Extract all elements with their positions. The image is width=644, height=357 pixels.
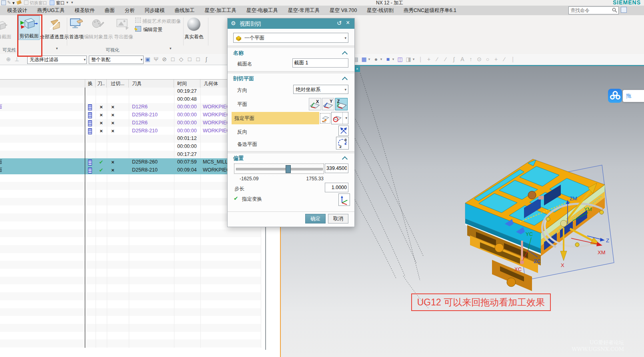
snap-point-icon[interactable]: ⊕ — [6, 56, 11, 62]
restore-window-icon[interactable] — [621, 7, 627, 13]
open-icon[interactable]: ✎ — [7, 0, 11, 5]
offset-slider[interactable] — [234, 164, 324, 174]
table-row[interactable]: 00:17:27 — [0, 151, 261, 159]
true-shading-button[interactable]: 真实着色 — [184, 34, 204, 40]
menu-item[interactable]: 燕秀CNC超级程序单6.1 — [404, 7, 456, 14]
search-icon[interactable] — [612, 8, 617, 13]
new-file-icon[interactable] — [1, 0, 6, 5]
menu-item[interactable]: 星空-电极工具 — [246, 7, 278, 14]
offset-slider-handle[interactable] — [286, 165, 291, 173]
dialog-close-icon[interactable]: × — [346, 19, 350, 26]
column-header[interactable]: 刀.. — [96, 80, 107, 88]
specify-plane-highlight[interactable]: 指定平面 — [232, 112, 319, 124]
specify-plane-dialog-button[interactable] — [320, 113, 330, 124]
grid-icon-caret[interactable]: ▾ — [368, 57, 370, 61]
table-row[interactable]: ××D25R8-21000:00:00WORKPIECE — [0, 111, 261, 119]
window-caret-icon[interactable]: ▾ — [66, 0, 68, 4]
menu-item[interactable]: 星空-常用工具 — [288, 7, 320, 14]
edit-object-display-button[interactable]: 编辑对象显示 — [83, 34, 114, 40]
offset-collapse-icon[interactable] — [342, 156, 348, 162]
spline-point-icon[interactable]: ∫ — [204, 56, 209, 62]
offset-value-field[interactable] — [325, 164, 348, 173]
menu-item[interactable]: 曲面 — [105, 7, 115, 14]
table-row[interactable]: ××D25R8-21000:00:00WORKPIECE — [0, 127, 261, 135]
arrow-up-icon[interactable]: ↑ — [468, 56, 474, 62]
column-splitter-line[interactable] — [85, 88, 85, 348]
table-row[interactable]: 00:01:12 — [0, 135, 261, 143]
section-type-dropdown[interactable]: 一个平面 ▾ — [233, 33, 348, 43]
step-value-field[interactable] — [325, 183, 348, 192]
plane-method-button[interactable]: ▾ — [331, 112, 348, 124]
table-row[interactable]: 00:19:27 — [0, 88, 261, 96]
qat-caret-icon[interactable]: ▾ — [71, 0, 73, 4]
menu-item[interactable]: 同步建模 — [145, 7, 165, 14]
netdisk-panel[interactable]: 拖 — [623, 90, 644, 102]
sweep-icon[interactable] — [16, 0, 22, 4]
snap-anchor-icon[interactable]: Ψ — [153, 56, 159, 62]
dialog-title-bar[interactable]: ⚙ 视图剖切 ↺ × — [228, 18, 354, 29]
export-image-button[interactable]: 导出图像 — [114, 34, 134, 40]
table-row[interactable]: 00:00:48 — [0, 96, 261, 104]
scope-caret-icon[interactable]: ▾ — [140, 56, 142, 64]
line2-icon[interactable]: ∕ — [443, 56, 448, 62]
column-header[interactable]: 过切... — [107, 80, 129, 88]
plane-section-header[interactable]: 剖切平面 — [233, 75, 254, 82]
mid-point-icon[interactable]: ◇ — [178, 56, 184, 62]
window-icon[interactable] — [50, 0, 54, 5]
plane-y-button[interactable]: Y — [322, 98, 334, 110]
direction-caret-icon[interactable]: ▾ — [344, 85, 346, 94]
column-header[interactable] — [0, 80, 85, 88]
menu-item[interactable]: 星空 V8.700 — [330, 7, 357, 14]
table-row[interactable]: 面××D12R600:00:00WORKPIECE — [0, 103, 261, 111]
menu-item[interactable]: 曲线加工 — [175, 7, 195, 14]
search-input[interactable] — [570, 7, 610, 14]
shaded-sphere-icon[interactable]: ● — [373, 56, 379, 62]
plane-x-button[interactable]: X — [309, 98, 321, 110]
direction-dropdown[interactable]: 绝对坐标系 ▾ — [293, 85, 348, 94]
render-style-icon-caret[interactable]: ▾ — [412, 57, 415, 61]
netdisk-icon[interactable] — [608, 89, 622, 103]
view-close-button[interactable]: × — [354, 66, 360, 72]
control-point-icon[interactable]: □ — [187, 56, 192, 62]
offset-section-header[interactable]: 偏置 — [233, 155, 244, 162]
visualization-group-caret-icon[interactable]: ▾ — [170, 46, 172, 50]
specify-transform-button[interactable] — [338, 193, 350, 206]
line-icon[interactable]: ∕ — [434, 56, 440, 62]
filter-caret-icon[interactable]: ▾ — [84, 56, 86, 64]
move-icon[interactable]: + — [426, 56, 432, 62]
render-style-icon[interactable]: ◨ — [406, 56, 411, 62]
ok-button[interactable]: 确定 — [305, 214, 326, 223]
menu-item[interactable]: 模圣软件 — [75, 7, 95, 14]
window-menu-label[interactable]: 窗口 — [56, 0, 65, 6]
menu-item[interactable]: 星空-线切割 — [367, 7, 394, 14]
disable-snap-icon[interactable]: ⊘ — [162, 56, 167, 62]
see-thru-all-button[interactable]: 全部通透显示 — [40, 34, 69, 40]
table-row[interactable]: ××D12R600:00:00WORKPIECE — [0, 119, 261, 127]
preferences-button[interactable]: 首选项 — [69, 34, 84, 40]
grid-icon[interactable]: ▦ — [361, 56, 367, 62]
visibility-group-caret-icon[interactable]: ▾ — [56, 46, 58, 50]
plane-z-button[interactable]: Z — [335, 98, 348, 110]
name-section-header[interactable]: 名称 — [233, 50, 244, 57]
column-header[interactable]: 时间 — [174, 80, 200, 88]
ellipse-icon[interactable]: ○ — [485, 56, 490, 62]
wireframe-cube-icon[interactable]: ◫ — [397, 56, 403, 62]
plane-collapse-icon[interactable] — [342, 77, 348, 82]
reverse-direction-button[interactable] — [338, 126, 349, 136]
table-row[interactable]: 00:00:00 — [0, 143, 261, 151]
menu-item[interactable]: 星空-加工工具 — [205, 7, 236, 14]
menu-item[interactable]: 燕秀UG工具 — [37, 7, 65, 14]
quadrant-point-icon[interactable]: □ — [195, 56, 201, 62]
shaded-sphere-icon-caret[interactable]: ▾ — [380, 57, 382, 61]
column-header[interactable]: 刀具 — [129, 80, 174, 88]
menu-item[interactable]: 模圣设计 — [7, 7, 27, 14]
selection-scope-combo[interactable]: 整个装配 ▾ — [89, 56, 144, 64]
plane-method-caret-icon[interactable]: ▾ — [345, 116, 347, 120]
open-caret-icon[interactable]: ▾ — [12, 0, 15, 6]
shaded-cube-icon[interactable]: ■ — [385, 56, 391, 62]
table-row[interactable]: 面✔×D25R8-26000:07:59MCS_MILL — [0, 158, 261, 166]
circle-center-icon[interactable]: ⊙ — [476, 56, 482, 62]
table-row[interactable]: 面✔×D25R8-21000:09:04WORKPIECE — [0, 166, 261, 174]
menu-item[interactable]: 分析 — [125, 7, 135, 14]
name-collapse-icon[interactable] — [342, 51, 348, 57]
